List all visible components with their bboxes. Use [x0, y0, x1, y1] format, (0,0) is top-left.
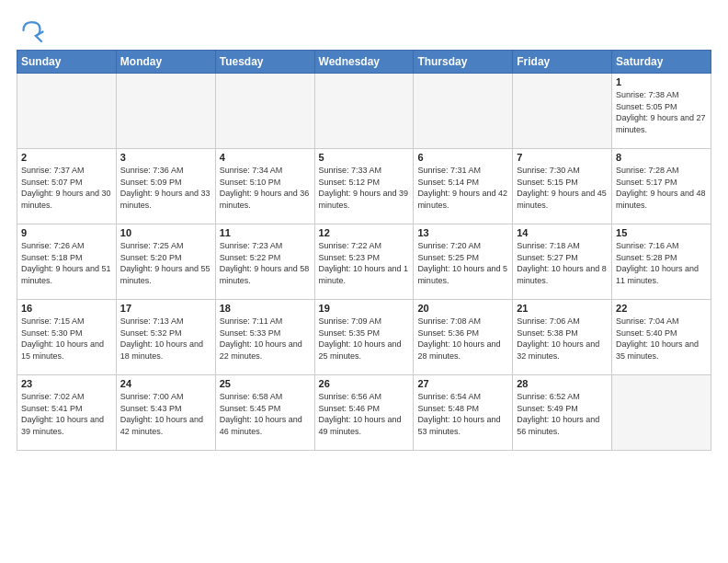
day-cell: 9Sunrise: 7:26 AM Sunset: 5:18 PM Daylig… — [17, 224, 117, 300]
day-number: 28 — [517, 378, 608, 389]
weekday-friday: Friday — [513, 51, 612, 74]
day-cell: 10Sunrise: 7:25 AM Sunset: 5:20 PM Dayli… — [116, 224, 215, 300]
day-cell: 18Sunrise: 7:11 AM Sunset: 5:33 PM Dayli… — [215, 300, 314, 375]
day-number: 10 — [120, 227, 211, 238]
day-cell: 13Sunrise: 7:20 AM Sunset: 5:25 PM Dayli… — [414, 224, 513, 300]
day-number: 25 — [220, 378, 311, 389]
day-info: Sunrise: 7:08 AM Sunset: 5:36 PM Dayligh… — [417, 316, 508, 362]
day-info: Sunrise: 7:31 AM Sunset: 5:14 PM Dayligh… — [417, 165, 508, 211]
logo-icon — [17, 17, 44, 44]
day-info: Sunrise: 7:34 AM Sunset: 5:10 PM Dayligh… — [220, 165, 311, 211]
day-number: 16 — [21, 303, 112, 314]
day-cell: 23Sunrise: 7:02 AM Sunset: 5:41 PM Dayli… — [17, 375, 117, 451]
weekday-monday: Monday — [116, 51, 215, 74]
day-cell: 20Sunrise: 7:08 AM Sunset: 5:36 PM Dayli… — [414, 300, 513, 375]
day-number: 7 — [517, 152, 608, 163]
day-cell: 3Sunrise: 7:36 AM Sunset: 5:09 PM Daylig… — [116, 149, 215, 224]
day-cell: 21Sunrise: 7:06 AM Sunset: 5:38 PM Dayli… — [513, 300, 612, 375]
day-cell: 2Sunrise: 7:37 AM Sunset: 5:07 PM Daylig… — [17, 149, 117, 224]
day-number: 5 — [319, 152, 410, 163]
day-cell: 11Sunrise: 7:23 AM Sunset: 5:22 PM Dayli… — [215, 224, 314, 300]
weekday-header-row: SundayMondayTuesdayWednesdayThursdayFrid… — [17, 51, 711, 74]
day-number: 23 — [21, 378, 112, 389]
day-info: Sunrise: 6:58 AM Sunset: 5:45 PM Dayligh… — [220, 391, 311, 437]
day-cell: 22Sunrise: 7:04 AM Sunset: 5:40 PM Dayli… — [612, 300, 711, 375]
day-number: 18 — [220, 303, 311, 314]
day-number: 1 — [616, 76, 707, 87]
day-info: Sunrise: 7:09 AM Sunset: 5:35 PM Dayligh… — [319, 316, 410, 362]
day-number: 13 — [417, 227, 508, 238]
day-cell: 6Sunrise: 7:31 AM Sunset: 5:14 PM Daylig… — [414, 149, 513, 224]
day-info: Sunrise: 7:04 AM Sunset: 5:40 PM Dayligh… — [616, 316, 707, 362]
day-number: 27 — [417, 378, 508, 389]
day-cell: 25Sunrise: 6:58 AM Sunset: 5:45 PM Dayli… — [215, 375, 314, 451]
day-info: Sunrise: 7:11 AM Sunset: 5:33 PM Dayligh… — [220, 316, 311, 362]
weekday-sunday: Sunday — [17, 51, 117, 74]
logo — [17, 17, 48, 44]
day-cell: 26Sunrise: 6:56 AM Sunset: 5:46 PM Dayli… — [314, 375, 414, 451]
day-number: 11 — [220, 227, 311, 238]
day-cell: 16Sunrise: 7:15 AM Sunset: 5:30 PM Dayli… — [17, 300, 117, 375]
day-cell: 12Sunrise: 7:22 AM Sunset: 5:23 PM Dayli… — [314, 224, 414, 300]
day-info: Sunrise: 7:25 AM Sunset: 5:20 PM Dayligh… — [120, 240, 211, 286]
day-number: 8 — [616, 152, 707, 163]
day-cell: 27Sunrise: 6:54 AM Sunset: 5:48 PM Dayli… — [414, 375, 513, 451]
day-info: Sunrise: 7:13 AM Sunset: 5:32 PM Dayligh… — [120, 316, 211, 362]
day-number: 14 — [517, 227, 608, 238]
day-info: Sunrise: 7:00 AM Sunset: 5:43 PM Dayligh… — [120, 391, 211, 437]
day-number: 15 — [616, 227, 707, 238]
day-number: 9 — [21, 227, 112, 238]
weekday-saturday: Saturday — [612, 51, 711, 74]
day-number: 21 — [517, 303, 608, 314]
day-cell — [314, 74, 414, 149]
day-cell — [17, 74, 117, 149]
day-cell — [513, 74, 612, 149]
day-cell: 14Sunrise: 7:18 AM Sunset: 5:27 PM Dayli… — [513, 224, 612, 300]
page-container: SundayMondayTuesdayWednesdayThursdayFrid… — [0, 0, 728, 460]
day-info: Sunrise: 7:38 AM Sunset: 5:05 PM Dayligh… — [616, 89, 707, 135]
day-info: Sunrise: 6:52 AM Sunset: 5:49 PM Dayligh… — [517, 391, 608, 437]
day-info: Sunrise: 7:02 AM Sunset: 5:41 PM Dayligh… — [21, 391, 112, 437]
day-cell: 15Sunrise: 7:16 AM Sunset: 5:28 PM Dayli… — [612, 224, 711, 300]
day-cell: 19Sunrise: 7:09 AM Sunset: 5:35 PM Dayli… — [314, 300, 414, 375]
day-info: Sunrise: 7:28 AM Sunset: 5:17 PM Dayligh… — [616, 165, 707, 211]
day-info: Sunrise: 6:54 AM Sunset: 5:48 PM Dayligh… — [417, 391, 508, 437]
week-row-4: 23Sunrise: 7:02 AM Sunset: 5:41 PM Dayli… — [17, 375, 711, 451]
weekday-tuesday: Tuesday — [215, 51, 314, 74]
day-info: Sunrise: 7:26 AM Sunset: 5:18 PM Dayligh… — [21, 240, 112, 286]
day-cell: 5Sunrise: 7:33 AM Sunset: 5:12 PM Daylig… — [314, 149, 414, 224]
day-info: Sunrise: 6:56 AM Sunset: 5:46 PM Dayligh… — [319, 391, 410, 437]
week-row-1: 2Sunrise: 7:37 AM Sunset: 5:07 PM Daylig… — [17, 149, 711, 224]
day-number: 22 — [616, 303, 707, 314]
day-info: Sunrise: 7:36 AM Sunset: 5:09 PM Dayligh… — [120, 165, 211, 211]
day-info: Sunrise: 7:22 AM Sunset: 5:23 PM Dayligh… — [319, 240, 410, 286]
day-number: 24 — [120, 378, 211, 389]
day-cell: 8Sunrise: 7:28 AM Sunset: 5:17 PM Daylig… — [612, 149, 711, 224]
day-cell: 24Sunrise: 7:00 AM Sunset: 5:43 PM Dayli… — [116, 375, 215, 451]
day-info: Sunrise: 7:37 AM Sunset: 5:07 PM Dayligh… — [21, 165, 112, 211]
day-info: Sunrise: 7:33 AM Sunset: 5:12 PM Dayligh… — [319, 165, 410, 211]
weekday-wednesday: Wednesday — [314, 51, 414, 74]
day-number: 12 — [319, 227, 410, 238]
day-number: 17 — [120, 303, 211, 314]
day-info: Sunrise: 7:15 AM Sunset: 5:30 PM Dayligh… — [21, 316, 112, 362]
weekday-thursday: Thursday — [414, 51, 513, 74]
day-info: Sunrise: 7:06 AM Sunset: 5:38 PM Dayligh… — [517, 316, 608, 362]
day-info: Sunrise: 7:20 AM Sunset: 5:25 PM Dayligh… — [417, 240, 508, 286]
day-number: 2 — [21, 152, 112, 163]
week-row-3: 16Sunrise: 7:15 AM Sunset: 5:30 PM Dayli… — [17, 300, 711, 375]
day-cell: 1Sunrise: 7:38 AM Sunset: 5:05 PM Daylig… — [612, 74, 711, 149]
day-number: 3 — [120, 152, 211, 163]
calendar-table: SundayMondayTuesdayWednesdayThursdayFrid… — [17, 50, 711, 451]
day-cell: 28Sunrise: 6:52 AM Sunset: 5:49 PM Dayli… — [513, 375, 612, 451]
day-number: 26 — [319, 378, 410, 389]
day-cell — [215, 74, 314, 149]
day-number: 4 — [220, 152, 311, 163]
day-cell — [116, 74, 215, 149]
week-row-0: 1Sunrise: 7:38 AM Sunset: 5:05 PM Daylig… — [17, 74, 711, 149]
header — [17, 17, 711, 44]
day-number: 20 — [417, 303, 508, 314]
day-info: Sunrise: 7:23 AM Sunset: 5:22 PM Dayligh… — [220, 240, 311, 286]
day-number: 6 — [417, 152, 508, 163]
week-row-2: 9Sunrise: 7:26 AM Sunset: 5:18 PM Daylig… — [17, 224, 711, 300]
